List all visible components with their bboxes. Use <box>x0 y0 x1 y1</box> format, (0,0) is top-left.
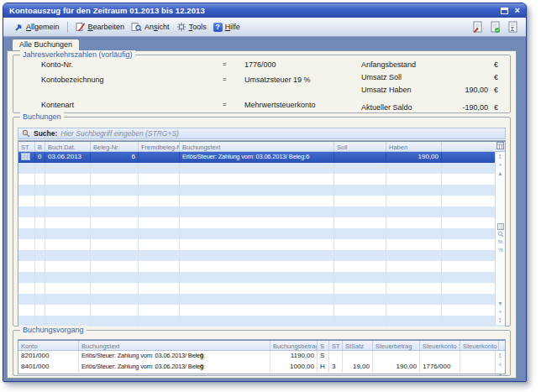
table-row-empty[interactable] <box>18 174 505 185</box>
table-row-empty[interactable] <box>18 272 505 283</box>
cell-stsatz: 19,00 <box>343 362 373 373</box>
column-header[interactable]: Buch.Dat. <box>45 142 91 151</box>
column-header[interactable]: Steuerkonto 1 <box>420 341 460 350</box>
cell-steuerkonto1: 1776/000 <box>420 362 460 373</box>
cell-steuerbetrag: 190,00 <box>373 362 420 373</box>
close-window-button[interactable]: × <box>515 7 520 14</box>
column-header[interactable]: ST <box>18 142 35 151</box>
menu-allgemein[interactable]: Allgemein <box>11 21 63 34</box>
table-row-empty[interactable] <box>18 250 505 261</box>
currency-label: € <box>494 86 498 94</box>
table-row[interactable]: 8201/000 Erlös/Steuer: Zahlung vom: 03.0… <box>18 351 505 362</box>
column-header[interactable]: S <box>318 341 329 350</box>
table-row-empty[interactable] <box>18 283 505 294</box>
cell-steuerkonto2 <box>460 351 499 362</box>
search-rows-icon[interactable] <box>497 231 504 238</box>
edit-icon <box>76 22 86 32</box>
cell-steuerkonto1 <box>420 351 460 362</box>
scroll-up-icon[interactable]: ▲ <box>497 370 503 378</box>
report-print-icon[interactable] <box>472 21 483 34</box>
table-row-empty[interactable] <box>18 228 505 239</box>
menu-ansicht[interactable]: Ansicht <box>128 20 173 34</box>
table-row[interactable]: 8401/000 Erlös/Steuer: Zahlung vom: 03.0… <box>18 362 505 373</box>
table-row-empty[interactable] <box>18 196 505 206</box>
buchungen-rows-empty <box>18 163 505 327</box>
sort-56-icon[interactable]: 56 <box>498 238 503 246</box>
cell-buchungstext: Erlös/Steuer: Zahlung vom: 03.06.2013/ B… <box>79 362 270 373</box>
menu-bearbeiten[interactable]: Bearbeiten <box>72 20 129 34</box>
equals-icon: = <box>223 76 227 83</box>
scroll-page-down-icon[interactable]: + <box>498 308 502 316</box>
menu-label: Allgemein <box>26 23 60 31</box>
cell-fremdbelegnr <box>139 152 180 163</box>
column-header[interactable]: Steuerbetrag <box>373 341 420 350</box>
column-picker-icon[interactable] <box>496 142 504 149</box>
scroll-page-up-icon[interactable]: + <box>498 361 502 368</box>
tab-alle-buchungen[interactable]: Alle Buchungen <box>12 39 80 50</box>
cell-stsatz <box>343 351 373 362</box>
cell-konto: 8201/000 <box>18 351 79 362</box>
scroll-page-up-icon[interactable]: + <box>498 161 502 169</box>
search-label: Suche: <box>34 129 57 138</box>
table-scroll-strip: ↥ + ▲ 56 78 ▼ + ↧ <box>495 152 505 325</box>
menu-tools[interactable]: Tools <box>173 20 210 34</box>
scroll-down-icon[interactable]: ▼ <box>497 300 503 307</box>
table-row-empty[interactable] <box>18 305 505 316</box>
cell-buchungstext: Erlös/Steuer: Zahlung vom: 03.06.2013/ B… <box>180 152 334 163</box>
column-header[interactable]: Haben <box>386 142 442 151</box>
cell-soll <box>334 152 386 163</box>
cell-buchdat: 03.06.2013 <box>45 152 91 163</box>
table-row-empty[interactable] <box>18 294 505 305</box>
report-confirm-icon[interactable] <box>490 21 501 34</box>
column-header[interactable]: B <box>35 142 45 151</box>
restore-window-button[interactable] <box>501 8 508 14</box>
buchungstext: Erlös/Steuer: Zahlung vom: 03.06.2013/ B… <box>81 352 205 359</box>
column-header[interactable]: Fremdbeleg-Nr. <box>139 142 180 151</box>
cell-steuerkonto2 <box>460 362 499 373</box>
search-icon <box>22 129 30 138</box>
field-label: Aktueller Saldo <box>361 103 412 112</box>
table-scroll-strip: ↥ + ▲ <box>495 351 505 374</box>
scroll-first-icon[interactable]: ↥ <box>498 153 503 160</box>
scroll-up-icon[interactable]: ▲ <box>497 170 503 177</box>
buchungstext: Erlös/Steuer: Zahlung vom: 03.06.2013/ B… <box>81 363 205 370</box>
table-row-empty[interactable] <box>18 206 505 217</box>
column-header[interactable]: ST <box>329 341 343 350</box>
column-header[interactable]: Buchungsbetrag <box>270 341 318 350</box>
sort-78-icon[interactable]: 78 <box>498 247 503 254</box>
field-label: Umsatz Soll <box>361 73 402 81</box>
table-row-empty[interactable] <box>18 217 505 228</box>
column-header[interactable]: Konto <box>18 341 79 350</box>
column-header[interactable]: Buchungstext <box>79 341 270 350</box>
menu-hilfe[interactable]: ? Hilfe <box>210 21 244 34</box>
buchungstext: Erlös/Steuer: Zahlung vom: 03.06.2013/ B… <box>182 153 306 160</box>
table-row-empty[interactable] <box>18 163 505 174</box>
menu-label: Hilfe <box>225 23 240 31</box>
column-header[interactable]: Buchungstext <box>180 142 334 151</box>
currency-label: € <box>494 73 498 81</box>
scroll-last-icon[interactable]: ↧ <box>498 316 503 324</box>
group-buchungen: Buchungen Suche: Hier Suchbegriff eingeb… <box>13 117 511 327</box>
group-buchungsvorgang: Buchungsvorgang Konto Buchungstext Buchu… <box>13 330 511 376</box>
scroll-first-icon[interactable]: ↥ <box>498 352 503 359</box>
column-header[interactable]: Soll <box>334 142 386 151</box>
field-label: Umsatz Haben <box>361 86 412 94</box>
column-header[interactable]: Beleg-Nr. <box>91 142 139 151</box>
currency-label: € <box>494 103 498 112</box>
cell-b: 0 <box>35 152 45 163</box>
beleg-ref: 6 <box>306 153 309 160</box>
column-header[interactable]: StSatz <box>343 341 373 350</box>
table-row-empty[interactable] <box>18 185 505 196</box>
cell-steuerbetrag <box>373 351 420 362</box>
columns-icon[interactable] <box>497 223 504 230</box>
cell-betrag: 1190,00 <box>270 351 318 362</box>
report-sum-icon[interactable]: Σ <box>507 21 518 34</box>
table-row-empty[interactable] <box>18 316 505 327</box>
search-input[interactable]: Suche: Hier Suchbegriff eingeben (STRG+S… <box>18 128 506 139</box>
booking-grid-icon <box>21 153 30 160</box>
column-header[interactable]: Steuerkonto 2 <box>460 341 499 350</box>
table-row-empty[interactable] <box>18 261 505 272</box>
table-row-selected[interactable]: 0 03.06.2013 6 Erlös/Steuer: Zahlung vom… <box>18 152 505 163</box>
field-value: 1776/000 <box>244 60 276 69</box>
table-row-empty[interactable] <box>18 239 505 250</box>
